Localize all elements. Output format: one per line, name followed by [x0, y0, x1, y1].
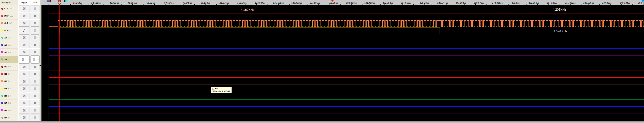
dropdown-arrow-icon[interactable]: ▼: [37, 56, 39, 63]
signal-color-drop-icon: [1, 66, 3, 68]
time-label: 349.184us: [620, 2, 630, 4]
marker-handle-de[interactable]: De: [642, 0, 644, 2]
marker-handle-t[interactable]: T: [58, 0, 61, 2]
filter-column: Filter ▼: [30, 0, 40, 121]
minor-tick: [559, 4, 560, 5]
trigger-cell-b1[interactable]: [19, 71, 30, 77]
minor-tick: [519, 4, 520, 5]
filter-cell-flm[interactable]: [30, 27, 40, 34]
trigger-cell-b5[interactable]: [19, 100, 30, 106]
minor-tick: [512, 4, 512, 5]
time-label: 337.92us: [602, 2, 612, 4]
center-position-indicator-icon[interactable]: [331, 0, 334, 2]
trigger-cell-a4[interactable]: [19, 34, 30, 41]
trigger-cell-a6[interactable]: [19, 49, 30, 56]
filter-cell-b5[interactable]: [30, 100, 40, 106]
time-label: 214.016us: [401, 2, 412, 4]
trigger-cell-cl1[interactable]: [19, 5, 30, 12]
signal-row-a7[interactable]: A7A7: [0, 56, 18, 63]
time-label: 259.072us: [474, 2, 484, 4]
filter-cell-a5[interactable]: [30, 42, 40, 48]
signal-row-b0[interactable]: B0B0: [0, 63, 18, 71]
trigger-cell-b6[interactable]: [19, 107, 30, 114]
minor-tick: [264, 4, 264, 5]
time-label: 281.6us: [512, 2, 520, 4]
dropdown-arrow-icon[interactable]: ▼: [27, 56, 29, 63]
signal-color-drop-icon: [1, 73, 3, 75]
dont-care-icon: [34, 15, 36, 17]
sidebar-splitter[interactable]: [40, 0, 42, 121]
minor-tick: [56, 4, 56, 5]
signal-row-b7[interactable]: B7B7: [0, 114, 18, 121]
signal-color-drop-icon: [1, 117, 3, 119]
signal-row-b4[interactable]: B4B4: [0, 92, 18, 100]
time-label: 101.376us: [218, 2, 229, 4]
minor-tick: [122, 4, 122, 5]
trigger-cell-b3[interactable]: [19, 85, 30, 92]
signal-row-flm[interactable]: FLMA3: [0, 27, 18, 34]
trigger-cell-b7[interactable]: [19, 114, 30, 121]
signal-row-b2[interactable]: B2B2: [0, 78, 18, 85]
minor-tick: [614, 4, 614, 5]
filter-cell-b4[interactable]: [30, 93, 40, 99]
signal-name: FLM: [4, 29, 8, 32]
signal-row-cl2[interactable]: CL2A2: [0, 20, 18, 27]
filter-cell-cl1[interactable]: [30, 5, 40, 12]
time-label: 247.808us: [456, 2, 466, 4]
minor-tick: [282, 4, 282, 5]
dont-care-icon: [34, 116, 36, 119]
minor-tick: [220, 4, 220, 5]
trigger-cell-b2[interactable]: [19, 78, 30, 85]
signal-row-b3[interactable]: B3B3: [0, 85, 18, 92]
logic-analyzer-window: Bus/Signal CL1A0DISPA1CL2A2FLMA3A4A4A5A5…: [0, 0, 644, 123]
signal-channel: B6: [8, 109, 10, 111]
frequency-label: 1.541KHz: [554, 30, 568, 33]
dont-care-icon: [34, 80, 36, 83]
signal-row-a6[interactable]: A6A6: [0, 49, 18, 56]
minor-tick: [417, 4, 417, 5]
signal-name: B2: [4, 80, 7, 82]
signal-row-b1[interactable]: B1B1: [0, 71, 18, 78]
signal-row-a5[interactable]: A5A5: [0, 41, 18, 49]
marker-handle-ds[interactable]: Ds: [47, 0, 50, 2]
trigger-cell-a5[interactable]: [19, 42, 30, 48]
trigger-cell-b4[interactable]: [19, 93, 30, 99]
minor-tick: [172, 4, 173, 5]
filter-cell-b6[interactable]: [30, 107, 40, 114]
signal-name: B4: [4, 95, 7, 97]
signal-row-b5[interactable]: B5B5: [0, 99, 18, 107]
marker-handle-b[interactable]: B: [64, 0, 67, 2]
signal-row-a4[interactable]: A4A4: [0, 34, 18, 42]
filter-cell-a6[interactable]: [30, 49, 40, 56]
signal-row-b6[interactable]: B6B6: [0, 107, 18, 114]
minor-tick: [508, 4, 508, 5]
filter-cell-b0[interactable]: [30, 63, 40, 70]
filter-cell-b1[interactable]: [30, 71, 40, 77]
minor-tick: [191, 4, 191, 5]
filter-cell-cl2[interactable]: [30, 20, 40, 27]
waveform-area[interactable]: B2 = 0 B2[Time] = 1.526KHz 4.169KHz4.203…: [42, 5, 644, 121]
filter-cell-a4[interactable]: [30, 34, 40, 41]
trigger-cell-flm[interactable]: [19, 27, 30, 34]
filter-cell-b2[interactable]: [30, 78, 40, 85]
signal-row-disp[interactable]: DISPA1: [0, 12, 18, 20]
filter-cell-a7[interactable]: ▼: [30, 56, 40, 63]
signal-name: B5: [4, 102, 7, 104]
filter-cell-b3[interactable]: [30, 85, 40, 92]
signal-color-drop-icon: [1, 102, 3, 104]
dont-care-icon: [23, 66, 26, 68]
filter-cell-disp[interactable]: [30, 13, 40, 19]
trigger-cell-a7[interactable]: ▼: [19, 56, 30, 63]
minor-tick: [548, 4, 548, 5]
minor-tick: [636, 4, 636, 5]
signal-row-cl1[interactable]: CL1A0: [0, 5, 18, 12]
filter-cell-b7[interactable]: [30, 114, 40, 121]
trigger-cell-b0[interactable]: [19, 63, 30, 70]
trigger-cell-disp[interactable]: [19, 13, 30, 19]
trigger-cell-cl2[interactable]: [19, 20, 30, 27]
horizontal-scrollbar[interactable]: [0, 121, 644, 123]
signal-name: A7: [4, 58, 7, 61]
minor-tick: [373, 4, 374, 5]
timeline-ruler[interactable]: 0ns11.264us22.528us33.792us45.056us56.32…: [42, 0, 644, 5]
waveform-cl2: [49, 20, 644, 27]
